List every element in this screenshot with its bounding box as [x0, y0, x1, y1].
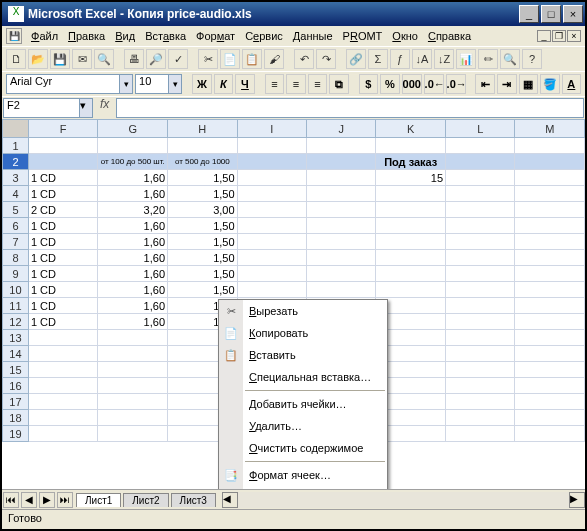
cell[interactable]: [515, 250, 585, 266]
cut-icon[interactable]: ✂: [198, 49, 218, 69]
cell[interactable]: [515, 282, 585, 298]
cell[interactable]: 1 CD: [28, 170, 98, 186]
format-painter-icon[interactable]: 🖌: [264, 49, 284, 69]
cell[interactable]: 1,60: [98, 298, 168, 314]
cell[interactable]: [168, 138, 238, 154]
percent-icon[interactable]: %: [380, 74, 400, 94]
cell[interactable]: [28, 394, 98, 410]
font-combo[interactable]: Arial Cyr ▾: [6, 74, 133, 94]
dec-decimal-icon[interactable]: .0→: [446, 74, 466, 94]
context-menu-item[interactable]: Специальная вставка…: [219, 366, 387, 388]
cell[interactable]: [237, 186, 306, 202]
comma-icon[interactable]: 000: [402, 74, 422, 94]
save-icon[interactable]: 💾: [50, 49, 70, 69]
cell[interactable]: 3,00: [168, 202, 238, 218]
cell[interactable]: [515, 218, 585, 234]
redo-icon[interactable]: ↷: [316, 49, 336, 69]
row-header[interactable]: 10: [3, 282, 29, 298]
bold-button[interactable]: Ж: [192, 74, 212, 94]
col-header[interactable]: L: [446, 120, 515, 138]
name-box[interactable]: F2 ▾: [3, 98, 93, 118]
cell[interactable]: [515, 410, 585, 426]
indent-inc-icon[interactable]: ⇥: [497, 74, 517, 94]
cell[interactable]: [237, 154, 306, 170]
cell[interactable]: [446, 250, 515, 266]
cell[interactable]: [376, 282, 446, 298]
select-all-corner[interactable]: [3, 120, 29, 138]
cell[interactable]: 1,50: [168, 282, 238, 298]
menu-item[interactable]: Файл: [26, 28, 63, 44]
cell[interactable]: Под заказ: [376, 154, 446, 170]
print-icon[interactable]: 🖶: [124, 49, 144, 69]
cell[interactable]: 1,60: [98, 282, 168, 298]
context-menu-item[interactable]: 📋Вставить: [219, 344, 387, 366]
search-icon[interactable]: 🔍: [94, 49, 114, 69]
cell[interactable]: 1 CD: [28, 234, 98, 250]
row-header[interactable]: 2: [3, 154, 29, 170]
undo-icon[interactable]: ↶: [294, 49, 314, 69]
cell[interactable]: 1,50: [168, 250, 238, 266]
cell[interactable]: [446, 154, 515, 170]
col-header[interactable]: F: [28, 120, 98, 138]
cell[interactable]: 1 CD: [28, 314, 98, 330]
cell[interactable]: 1,50: [168, 170, 238, 186]
row-header[interactable]: 16: [3, 378, 29, 394]
context-menu-item[interactable]: Очистить содержимое: [219, 437, 387, 459]
col-header[interactable]: K: [376, 120, 446, 138]
cell[interactable]: [446, 266, 515, 282]
cell[interactable]: [237, 138, 306, 154]
cell[interactable]: [376, 234, 446, 250]
cell[interactable]: [28, 410, 98, 426]
cell[interactable]: [515, 330, 585, 346]
sheet-tab[interactable]: Лист3: [171, 493, 216, 507]
sort-asc-icon[interactable]: ↓A: [412, 49, 432, 69]
cell[interactable]: [446, 218, 515, 234]
col-header[interactable]: G: [98, 120, 168, 138]
cell[interactable]: [446, 410, 515, 426]
save-icon[interactable]: 💾: [6, 28, 22, 44]
cell[interactable]: [98, 410, 168, 426]
mdi-close[interactable]: ×: [567, 30, 581, 42]
row-header[interactable]: 5: [3, 202, 29, 218]
cell[interactable]: 1 CD: [28, 186, 98, 202]
cell[interactable]: [515, 346, 585, 362]
cell[interactable]: [307, 170, 376, 186]
cell[interactable]: [376, 138, 446, 154]
cell[interactable]: [98, 346, 168, 362]
cell[interactable]: 1,60: [98, 234, 168, 250]
italic-button[interactable]: К: [214, 74, 234, 94]
cell[interactable]: 1,60: [98, 186, 168, 202]
row-header[interactable]: 6: [3, 218, 29, 234]
font-color-icon[interactable]: A: [562, 74, 582, 94]
cell[interactable]: [98, 138, 168, 154]
row-header[interactable]: 17: [3, 394, 29, 410]
merge-icon[interactable]: ⧉: [329, 74, 349, 94]
cell[interactable]: [307, 186, 376, 202]
cell[interactable]: [446, 282, 515, 298]
row-header[interactable]: 18: [3, 410, 29, 426]
row-header[interactable]: 7: [3, 234, 29, 250]
row-header[interactable]: 19: [3, 426, 29, 442]
cell[interactable]: [446, 426, 515, 442]
menu-item[interactable]: PROMT: [338, 28, 388, 44]
cell[interactable]: [515, 138, 585, 154]
cell[interactable]: [307, 266, 376, 282]
cell[interactable]: [98, 330, 168, 346]
align-right-icon[interactable]: ≡: [308, 74, 328, 94]
currency-icon[interactable]: $: [359, 74, 379, 94]
align-center-icon[interactable]: ≡: [286, 74, 306, 94]
font-size-combo[interactable]: 10 ▾: [135, 74, 182, 94]
cell[interactable]: 15: [376, 170, 446, 186]
cell[interactable]: [446, 394, 515, 410]
row-header[interactable]: 12: [3, 314, 29, 330]
cell[interactable]: [28, 346, 98, 362]
cell[interactable]: [98, 426, 168, 442]
context-menu-item[interactable]: Удалить…: [219, 415, 387, 437]
menu-item[interactable]: Вставка: [140, 28, 191, 44]
mdi-restore[interactable]: ❐: [552, 30, 566, 42]
help-icon[interactable]: ?: [522, 49, 542, 69]
cell[interactable]: [515, 154, 585, 170]
cell[interactable]: [515, 394, 585, 410]
cell[interactable]: 2 CD: [28, 202, 98, 218]
scroll-right-icon[interactable]: ▶: [569, 492, 585, 508]
